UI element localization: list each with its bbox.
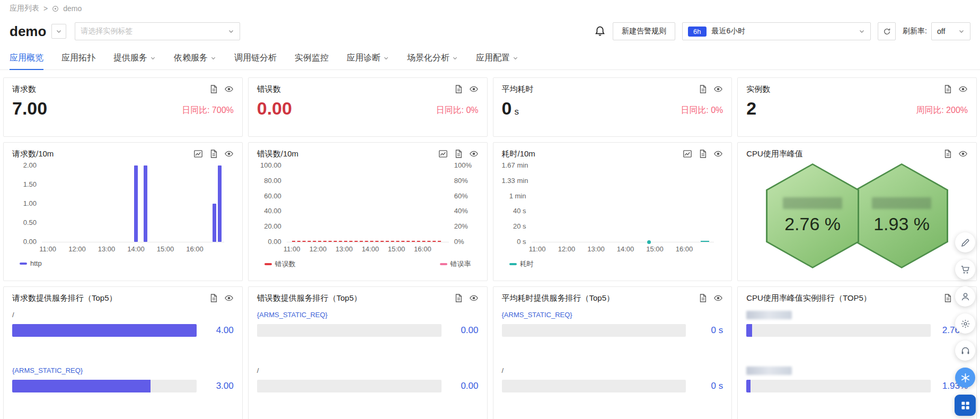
legend-item[interactable]: 错误率 bbox=[440, 259, 471, 269]
report-icon[interactable] bbox=[454, 84, 463, 94]
settings-button[interactable] bbox=[955, 313, 975, 334]
eye-icon[interactable] bbox=[224, 84, 234, 94]
eye-icon[interactable] bbox=[469, 293, 479, 303]
report-icon[interactable] bbox=[698, 84, 708, 94]
rank-bar bbox=[746, 380, 931, 392]
page-header: demo 请选择实例标签 新建告警规则 6h 最近6小时 刷新率: off bbox=[0, 17, 980, 47]
report-icon[interactable] bbox=[698, 149, 708, 159]
time-range-select[interactable]: 6h 最近6小时 bbox=[682, 22, 871, 40]
eye-icon[interactable] bbox=[713, 293, 723, 303]
caret-down-icon bbox=[452, 55, 458, 61]
chart-card-requests: 请求数/10m 2.001.501.000.500.0011:0012:0013… bbox=[3, 142, 243, 281]
headset-icon bbox=[960, 346, 970, 356]
line-chart-icon[interactable] bbox=[683, 149, 692, 159]
rank-label-redacted[interactable] bbox=[746, 311, 792, 319]
eye-icon[interactable] bbox=[224, 149, 234, 159]
tab-instance-monitoring[interactable]: 实例监控 bbox=[295, 47, 329, 69]
eye-icon[interactable] bbox=[713, 84, 723, 94]
caret-down-icon bbox=[228, 28, 234, 34]
apps-button[interactable] bbox=[955, 395, 976, 416]
line-chart-icon[interactable] bbox=[438, 149, 448, 159]
refresh-icon bbox=[883, 28, 891, 36]
support-button[interactable] bbox=[955, 341, 975, 361]
rank-item: / 4.00 bbox=[12, 311, 234, 337]
caret-down-icon bbox=[56, 28, 62, 34]
tab-trace-analysis[interactable]: 调用链分析 bbox=[234, 47, 277, 69]
refresh-rate-select[interactable]: off bbox=[931, 22, 970, 40]
tab-app-topology[interactable]: 应用拓扑 bbox=[61, 47, 95, 69]
card-title: 错误数 bbox=[257, 84, 281, 94]
redacted-instance-name bbox=[872, 197, 931, 209]
report-icon[interactable] bbox=[943, 149, 952, 159]
rank-label-redacted[interactable] bbox=[746, 366, 792, 375]
card-title: 错误数/10m bbox=[257, 149, 298, 159]
report-icon[interactable] bbox=[454, 293, 463, 303]
rank-card-errors: 错误数提供服务排行（Top5） {ARMS_STATIC_REQ} 0.00 /… bbox=[248, 286, 488, 419]
kpi-value: 7.00 bbox=[12, 99, 50, 118]
eye-icon[interactable] bbox=[713, 149, 723, 159]
tab-provided-services[interactable]: 提供服务 bbox=[113, 47, 156, 69]
tab-scenario-analysis[interactable]: 场景化分析 bbox=[407, 47, 458, 69]
report-icon[interactable] bbox=[943, 293, 952, 303]
report-icon[interactable] bbox=[209, 293, 218, 303]
card-title: 请求数/10m bbox=[12, 149, 54, 159]
eye-icon[interactable] bbox=[469, 149, 479, 159]
app-switch-dropdown[interactable] bbox=[51, 24, 66, 39]
rank-bar bbox=[12, 324, 197, 337]
rank-label[interactable]: {ARMS_STATIC_REQ} bbox=[502, 311, 723, 319]
redacted-instance-name bbox=[783, 197, 842, 209]
report-icon[interactable] bbox=[698, 293, 708, 303]
rank-card-cpu-instances: CPU使用率峰值实例排行（TOP5） 2.76% 1.93% bbox=[737, 286, 977, 419]
line-chart-icon[interactable] bbox=[193, 149, 203, 159]
user-button[interactable] bbox=[955, 286, 975, 307]
card-title: CPU使用率峰值实例排行（TOP5） bbox=[746, 293, 871, 303]
report-icon[interactable] bbox=[209, 84, 218, 94]
rank-label[interactable]: {ARMS_STATIC_REQ} bbox=[257, 311, 479, 319]
caret-down-icon bbox=[859, 28, 865, 34]
kpi-value: 2 bbox=[746, 99, 759, 118]
cpu-hexagon-instance-1[interactable]: 2.76 % bbox=[766, 163, 859, 268]
assistant-button[interactable] bbox=[955, 368, 975, 388]
rank-value: 0.00 bbox=[449, 381, 479, 391]
rank-label[interactable]: / bbox=[257, 366, 479, 375]
caret-down-icon bbox=[383, 55, 389, 61]
app-circle-icon bbox=[52, 5, 59, 12]
new-alarm-rule-button[interactable]: 新建告警规则 bbox=[613, 22, 675, 40]
legend-item[interactable]: 错误数 bbox=[264, 259, 296, 269]
eye-icon[interactable] bbox=[958, 84, 968, 94]
instance-tag-select[interactable]: 请选择实例标签 bbox=[75, 22, 240, 40]
rank-item: {ARMS_STATIC_REQ} 0 s bbox=[502, 311, 723, 337]
card-title: CPU使用率峰值 bbox=[746, 149, 803, 159]
rank-value: 0.00 bbox=[449, 325, 479, 336]
breadcrumb-app-list[interactable]: 应用列表 bbox=[10, 4, 39, 13]
kpi-compare: 日同比: 0% bbox=[681, 105, 723, 118]
card-title: 耗时/10m bbox=[502, 149, 535, 159]
edit-button[interactable] bbox=[955, 232, 975, 252]
eye-icon[interactable] bbox=[958, 149, 968, 159]
rank-card-requests: 请求数提供服务排行（Top5） / 4.00 {ARMS_STATIC_REQ}… bbox=[3, 286, 243, 419]
kpi-compare: 周同比: 200% bbox=[916, 105, 968, 118]
report-icon[interactable] bbox=[943, 84, 952, 94]
legend-item[interactable]: 耗时 bbox=[509, 259, 534, 269]
alarm-bell-icon[interactable] bbox=[594, 25, 606, 37]
rank-label[interactable]: / bbox=[12, 311, 234, 319]
chart-card-errors: 错误数/10m 100.0080.0060.0040.0020.000.0010… bbox=[248, 142, 488, 281]
rank-label[interactable]: {ARMS_STATIC_REQ} bbox=[12, 366, 234, 375]
report-icon[interactable] bbox=[454, 149, 463, 159]
kpi-card-avg-duration: 平均耗时 0s 日同比: 0% bbox=[493, 77, 732, 137]
requests-chart-legend: http bbox=[12, 259, 234, 267]
rank-item: 1.93% bbox=[746, 366, 968, 392]
eye-icon[interactable] bbox=[469, 84, 479, 94]
legend-item[interactable]: http bbox=[20, 259, 42, 267]
tab-app-diagnosis[interactable]: 应用诊断 bbox=[347, 47, 389, 69]
report-icon[interactable] bbox=[209, 149, 218, 159]
tab-app-settings[interactable]: 应用配置 bbox=[476, 47, 518, 69]
rank-label[interactable]: / bbox=[502, 366, 723, 375]
refresh-button[interactable] bbox=[878, 22, 896, 40]
eye-icon[interactable] bbox=[224, 293, 234, 303]
tab-app-overview[interactable]: 应用概览 bbox=[10, 47, 43, 69]
kpi-value: 0s bbox=[502, 99, 519, 118]
cart-button[interactable] bbox=[955, 259, 975, 280]
cpu-hexagon-instance-2[interactable]: 1.93 % bbox=[855, 163, 948, 268]
tab-dependent-services[interactable]: 依赖服务 bbox=[174, 47, 216, 69]
